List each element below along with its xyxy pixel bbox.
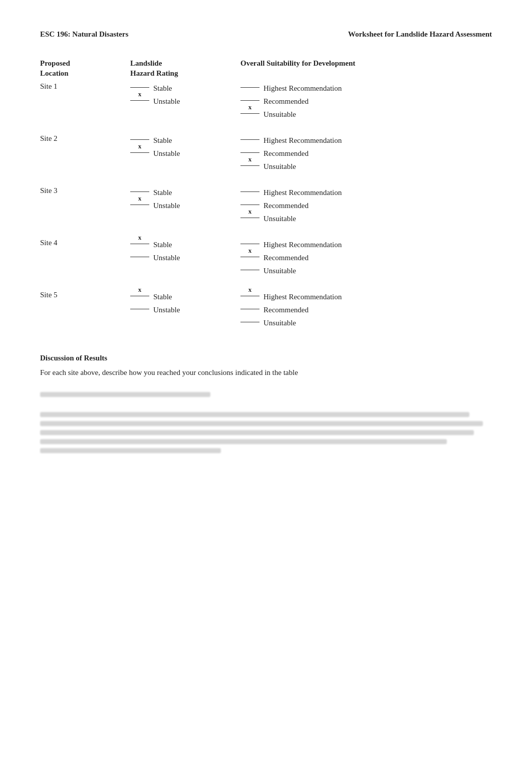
col-header-hazard: LandslideHazard Rating: [130, 59, 240, 78]
stable-label: Stable: [153, 239, 172, 251]
blank-line: [130, 309, 149, 309]
marked-blank: x: [240, 296, 259, 296]
stable-label: Stable: [153, 291, 172, 303]
highest-label: Highest Recommendation: [263, 186, 342, 199]
unstable-label: Unstable: [153, 200, 180, 212]
stable-label: Stable: [153, 186, 172, 199]
stable-option: x Stable: [130, 291, 240, 303]
stable-option: Stable: [130, 186, 240, 199]
marked-blank: x: [130, 100, 149, 101]
blurred-line: [40, 392, 210, 397]
recommended-option: Recommended: [240, 95, 492, 107]
assessment-table: ProposedLocation LandslideHazard Rating …: [40, 59, 492, 329]
blank-line: [240, 87, 259, 88]
hazard-options: x Stable Unstable: [130, 239, 240, 264]
unstable-option: x Unstable: [130, 200, 240, 212]
stable-label: Stable: [153, 82, 172, 94]
unsuitable-option: Unsuitable: [240, 317, 492, 329]
site-label: Site 1: [40, 80, 58, 90]
stable-option: Stable: [130, 134, 240, 146]
col-header-suitability: Overall Suitability for Development: [240, 59, 492, 78]
blank-line: [240, 205, 259, 205]
marked-blank: x: [240, 165, 259, 166]
blank-line: [130, 139, 149, 140]
unstable-option: Unstable: [130, 252, 240, 264]
hazard-cell: x Stable Unstable: [130, 239, 240, 264]
table-row: Site 4 x Stable Unstable Highest Recomme…: [40, 239, 492, 277]
blurred-para-line: [40, 412, 469, 417]
recommended-option: x Recommended: [240, 252, 492, 264]
hazard-options: Stable x Unstable: [130, 82, 240, 107]
recommended-option: Recommended: [240, 304, 492, 316]
blank-line: [240, 309, 259, 309]
highest-option: Highest Recommendation: [240, 134, 492, 146]
unsuitable-label: Unsuitable: [263, 265, 296, 277]
suitability-cell: Highest Recommendation Recommended x Uns…: [240, 82, 492, 120]
hazard-options: x Stable Unstable: [130, 291, 240, 316]
suitability-cell: Highest Recommendation Recommended x Uns…: [240, 186, 492, 225]
table-row: Site 1 Stable x Unstable Highest Recomme…: [40, 82, 492, 120]
unstable-option: x Unstable: [130, 147, 240, 159]
highest-label: Highest Recommendation: [263, 82, 342, 94]
suitability-cell: Highest Recommendation x Recommended Uns…: [240, 239, 492, 277]
blank-line: [240, 152, 259, 153]
blank-line: [240, 244, 259, 244]
stable-option: Stable: [130, 82, 240, 94]
blurred-para-line: [40, 430, 474, 435]
highest-option: Highest Recommendation: [240, 239, 492, 251]
suitability-options: x Highest Recommendation Recommended Uns…: [240, 291, 492, 329]
hazard-cell: x Stable Unstable: [130, 291, 240, 316]
blank-line: [240, 139, 259, 140]
site-label-cell: Site 3: [40, 186, 130, 195]
suitability-options: Highest Recommendation Recommended x Uns…: [240, 186, 492, 225]
unsuitable-option: Unsuitable: [240, 265, 492, 277]
recommended-label: Recommended: [263, 200, 309, 212]
marked-blank: x: [240, 113, 259, 114]
blank-line: [130, 87, 149, 88]
suitability-options: Highest Recommendation Recommended x Uns…: [240, 82, 492, 120]
recommended-label: Recommended: [263, 304, 309, 316]
marked-blank: x: [130, 152, 149, 153]
recommended-option: Recommended: [240, 147, 492, 159]
marked-blank: x: [130, 296, 149, 296]
highest-option: x Highest Recommendation: [240, 291, 492, 303]
marked-blank: x: [130, 205, 149, 205]
blurred-content-1: [40, 392, 492, 397]
marked-blank: x: [240, 257, 259, 257]
stable-option: x Stable: [130, 239, 240, 251]
discussion-title: Discussion of Results: [40, 354, 492, 362]
unstable-option: Unstable: [130, 304, 240, 316]
highest-label: Highest Recommendation: [263, 291, 342, 303]
site-label-cell: Site 1: [40, 82, 130, 91]
marked-blank: x: [240, 218, 259, 218]
highest-option: Highest Recommendation: [240, 186, 492, 199]
blank-line: [240, 270, 259, 270]
discussion-section: Discussion of Results For each site abov…: [40, 354, 492, 377]
unsuitable-label: Unsuitable: [263, 160, 296, 172]
stable-label: Stable: [153, 134, 172, 146]
col-header-location: ProposedLocation: [40, 59, 130, 78]
blurred-para-line: [40, 421, 483, 426]
table-row: Site 2 Stable x Unstable Highest Recomme…: [40, 134, 492, 172]
unsuitable-label: Unsuitable: [263, 213, 296, 225]
recommended-option: Recommended: [240, 200, 492, 212]
unstable-label: Unstable: [153, 304, 180, 316]
page-header: ESC 196: Natural Disasters Worksheet for…: [40, 30, 492, 39]
table-row: Site 3 Stable x Unstable Highest Recomme…: [40, 186, 492, 225]
unsuitable-label: Unsuitable: [263, 108, 296, 120]
recommended-label: Recommended: [263, 252, 309, 264]
highest-label: Highest Recommendation: [263, 134, 342, 146]
table-row: Site 5 x Stable Unstable x Highest Recom…: [40, 291, 492, 329]
unsuitable-option: x Unsuitable: [240, 213, 492, 225]
site-label: Site 4: [40, 237, 58, 247]
hazard-options: Stable x Unstable: [130, 134, 240, 159]
unstable-label: Unstable: [153, 252, 180, 264]
blank-line: [130, 191, 149, 192]
blurred-content-2: [40, 412, 492, 453]
blurred-para-line: [40, 448, 221, 453]
suitability-cell: Highest Recommendation Recommended x Uns…: [240, 134, 492, 172]
unsuitable-option: x Unsuitable: [240, 108, 492, 120]
hazard-cell: Stable x Unstable: [130, 186, 240, 212]
blank-line: [240, 191, 259, 192]
suitability-options: Highest Recommendation Recommended x Uns…: [240, 134, 492, 172]
